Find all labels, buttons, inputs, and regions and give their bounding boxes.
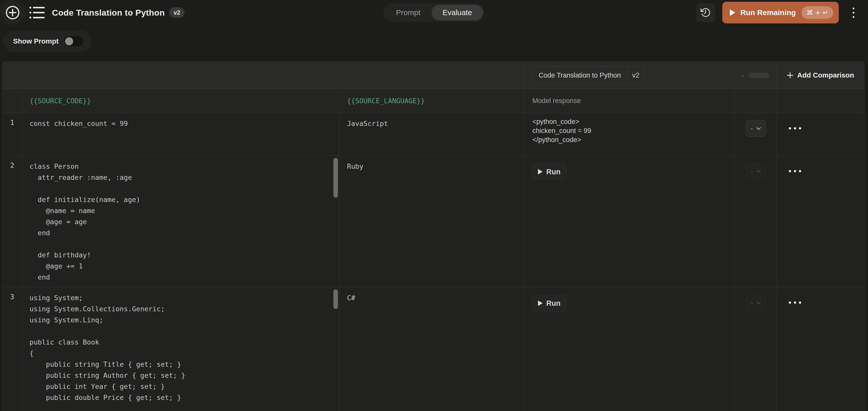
row-menu-button[interactable] [789,170,864,172]
model-chip-version: v2 [627,67,645,83]
evaluation-table: Code Translation to Python v2 - Add Comp… [2,62,865,411]
run-label: Run [546,299,560,308]
score-value: - [751,125,753,132]
show-prompt-toggle[interactable] [64,36,83,46]
comparison-score-value: - [742,71,744,79]
header-right: Run Remaining ⌘ + ↵ [696,0,859,25]
column-header-model-response: Model response [524,89,734,113]
comparison-score: - [742,71,769,79]
actions-cell [776,287,864,411]
run-label: Run [546,168,560,176]
chevron-down-icon [756,127,761,130]
model-chip[interactable]: Code Translation to Python v2 [532,67,645,84]
model-chip-name: Code Translation to Python [533,67,627,83]
run-row-button[interactable]: Run [532,295,567,311]
play-icon [538,301,543,306]
more-vertical-icon [852,7,855,18]
list-icon [29,6,45,20]
play-icon [730,9,735,16]
source-language-cell[interactable]: C# [339,287,524,411]
run-row-button[interactable]: Run [532,164,567,180]
row-number: 2 [3,156,22,287]
cell-scrollbar[interactable] [333,158,338,198]
show-prompt-label: Show Prompt [13,37,59,45]
source-code-text: const chicken_count = 99 [22,113,339,129]
column-header-source-code: {{SOURCE_CODE}} [22,89,339,113]
score-select-disabled[interactable]: - [746,163,766,179]
source-code-cell[interactable]: class Person attr_reader :name, :age def… [22,156,339,287]
run-remaining-button[interactable]: Run Remaining ⌘ + ↵ [722,2,839,24]
column-header-source-language: {{SOURCE_LANGUAGE}} [339,89,524,113]
score-cell: - [734,113,776,156]
tab-evaluate[interactable]: Evaluate [432,5,483,21]
row-number: 1 [3,113,22,156]
comparison-cell: Code Translation to Python v2 - [524,62,776,89]
source-code-text: class Person attr_reader :name, :age def… [22,156,339,283]
keyboard-shortcut-badge: ⌘ + ↵ [801,6,833,19]
score-value: - [751,168,753,174]
score-select-disabled[interactable]: - [746,295,766,311]
header-left: Code Translation to Python v2 [0,3,185,22]
score-cell: - [734,156,776,287]
score-placeholder-bar [748,72,769,78]
row-number: 3 [3,287,22,411]
history-button[interactable] [696,3,715,22]
source-language-cell[interactable]: Ruby [339,156,524,287]
score-select[interactable]: - [746,120,766,137]
actions-cell [776,156,864,287]
source-code-cell[interactable]: const chicken_count = 99 [22,113,339,156]
version-badge: v2 [169,7,185,18]
model-response-text: <python_code> chicken_count = 99 </pytho… [524,113,734,144]
model-response-cell: Run [524,156,734,287]
source-language-cell[interactable]: JavaScript [339,113,524,156]
score-value: - [751,300,753,306]
page-title: Code Translation to Python [52,8,165,18]
overflow-menu-button[interactable] [848,3,859,22]
model-response-cell: Run [524,287,734,411]
chevron-down-icon [756,302,761,304]
show-prompt-control: Show Prompt [3,31,91,52]
score-cell: - [734,287,776,411]
app-header: Code Translation to Python v2 Prompt Eva… [0,0,868,25]
run-remaining-label: Run Remaining [740,8,796,17]
column-header-actions [776,89,864,113]
column-header-score [734,89,776,113]
source-code-cell[interactable]: using System; using System.Collections.G… [22,287,339,411]
history-icon [700,7,711,18]
model-response-cell[interactable]: <python_code> chicken_count = 99 </pytho… [524,113,734,156]
play-icon [538,169,543,174]
add-comparison-label: Add Comparison [797,71,854,79]
tab-prompt[interactable]: Prompt [385,5,432,21]
actions-cell [776,113,864,156]
plus-circle-icon [5,5,21,21]
mode-tabs: Prompt Evaluate [383,3,485,22]
prompt-list-button[interactable] [29,4,45,21]
new-item-button[interactable] [3,3,22,22]
toggle-knob [65,37,73,45]
plus-icon [786,72,794,79]
labels-row-spacer [3,89,22,113]
row-menu-button[interactable] [789,127,864,130]
row-menu-button[interactable] [789,302,864,304]
comparison-row-spacer [3,62,524,89]
cell-scrollbar[interactable] [333,289,338,309]
source-code-text: using System; using System.Collections.G… [22,287,339,403]
add-comparison-button[interactable]: Add Comparison [776,62,864,89]
chevron-down-icon [756,170,761,173]
